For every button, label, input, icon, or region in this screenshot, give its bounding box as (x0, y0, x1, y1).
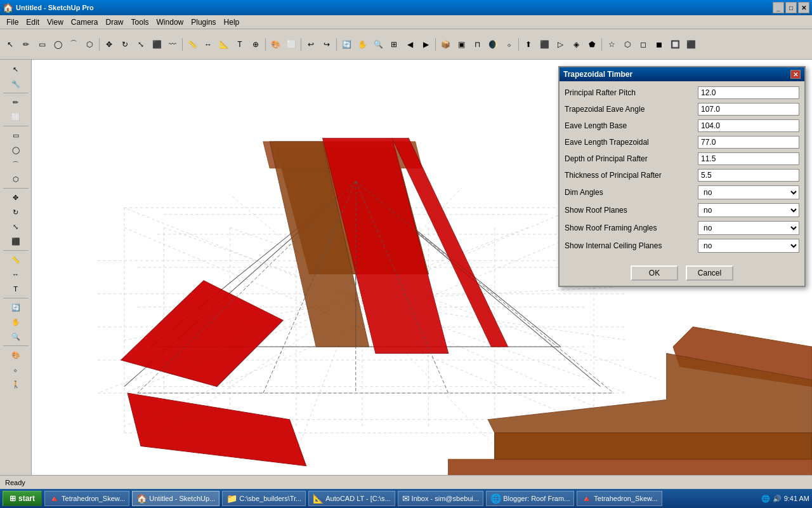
tb-group[interactable]: ▣ (454, 37, 469, 51)
field-input-2[interactable] (698, 119, 799, 132)
lp-move[interactable]: ✥ (8, 190, 23, 204)
field-input-1[interactable] (698, 103, 799, 116)
tb-top[interactable]: ⬆ (521, 37, 536, 51)
field-input-5[interactable] (698, 169, 799, 182)
menu-draw[interactable]: Draw (102, 17, 128, 28)
menu-file[interactable]: File (3, 17, 22, 28)
tb-undo[interactable]: ↩ (303, 37, 318, 51)
menu-edit[interactable]: Edit (22, 17, 43, 28)
lp-rotate[interactable]: ↻ (8, 205, 23, 219)
tb-pencil[interactable]: ✏ (18, 37, 34, 51)
field-select-8[interactable]: noyes (698, 221, 799, 235)
cancel-button[interactable]: Cancel (686, 265, 733, 281)
tb-follow[interactable]: 〰 (165, 37, 180, 51)
lp-rect[interactable]: ▭ (8, 128, 23, 142)
tb-xray[interactable]: ☆ (604, 37, 619, 51)
tb-front[interactable]: ⬛ (537, 37, 552, 51)
maximize-button[interactable]: □ (785, 2, 797, 13)
lp-text[interactable]: T (8, 282, 23, 296)
tb-protractor[interactable]: 📐 (216, 37, 232, 51)
lp-pan[interactable]: ✋ (8, 315, 23, 329)
tb-hidden[interactable]: ◻ (636, 37, 651, 51)
lp-paint[interactable]: 🎨 (8, 348, 23, 362)
menu-window[interactable]: Window (153, 17, 188, 28)
taskbar-item-6[interactable]: 🔺 Tetrahedron_Skew... (577, 491, 662, 506)
tb-wire[interactable]: ⬡ (620, 37, 635, 51)
tb-tape[interactable]: 📏 (185, 37, 200, 51)
minimize-button[interactable]: _ (773, 2, 784, 13)
tb-persp[interactable]: ⬟ (584, 37, 599, 51)
tb-textured[interactable]: 🔲 (667, 37, 683, 51)
tb-intersect[interactable]: ⊓ (469, 37, 485, 51)
lp-component[interactable]: 🔧 (8, 77, 23, 91)
taskbar-item-0[interactable]: 🔺 Tetrahedron_Skew... (44, 491, 129, 506)
lp-arc[interactable]: ⌒ (8, 157, 23, 171)
tb-dimension[interactable]: ↔ (200, 37, 216, 51)
menu-tools[interactable]: Tools (128, 17, 153, 28)
ok-button[interactable]: OK (631, 265, 678, 281)
tb-axes[interactable]: ⊕ (248, 37, 263, 51)
menu-help[interactable]: Help (220, 17, 244, 28)
tb-right[interactable]: ▷ (553, 37, 568, 51)
lp-orbit[interactable]: 🔄 (8, 300, 23, 314)
tb-comp[interactable]: 📦 (438, 37, 453, 51)
taskbar-item-4[interactable]: ✉ Inbox - sim@sbebui... (398, 491, 484, 506)
start-button[interactable]: ⊞ start (3, 491, 42, 506)
dialog-title-bar[interactable]: Trapezoidal Timber ✕ (560, 67, 804, 81)
tb-orbit[interactable]: 🔄 (339, 37, 354, 51)
tb-text[interactable]: T (232, 37, 247, 51)
taskbar-item-2[interactable]: 📁 C:\sbe_builders\Tr... (222, 491, 306, 506)
tb-monochrome[interactable]: ⬛ (683, 37, 698, 51)
field-select-6[interactable]: noyes (698, 185, 799, 199)
tb-scale[interactable]: ⤡ (133, 37, 148, 51)
tb-prev[interactable]: ◀ (402, 37, 417, 51)
field-input-3[interactable] (698, 136, 799, 149)
lp-zoom[interactable]: 🔍 (8, 330, 23, 344)
tb-paint[interactable]: 🎨 (268, 37, 283, 51)
lp-scale[interactable]: ⤡ (8, 220, 23, 234)
viewport[interactable]: Trapezoidal Timber ✕ Principal Rafter Pi… (32, 60, 812, 475)
tb-circle[interactable]: ◯ (50, 37, 65, 51)
tb-redo[interactable]: ↪ (319, 37, 334, 51)
tb-select[interactable]: ↖ (3, 37, 18, 51)
field-select-7[interactable]: noyes (698, 203, 799, 217)
lp-section[interactable]: ⬦ (8, 363, 23, 377)
tb-eraser[interactable]: ⬜ (284, 37, 299, 51)
tb-section[interactable]: ⬦ (501, 37, 516, 51)
lp-polygon[interactable]: ⬡ (8, 172, 23, 186)
tb-iso[interactable]: ◈ (568, 37, 584, 51)
tb-zoom-ext[interactable]: ⊞ (386, 37, 402, 51)
lp-pencil[interactable]: ✏ (8, 95, 23, 109)
tb-arc[interactable]: ⌒ (66, 37, 81, 51)
lp-push[interactable]: ⬛ (8, 234, 23, 248)
lp-walk[interactable]: 🚶 (8, 377, 23, 391)
taskbar-item-1[interactable]: 🏠 Untitled - SketchUp... (132, 491, 219, 506)
tb-next[interactable]: ▶ (418, 37, 433, 51)
lp-select[interactable]: ↖ (8, 62, 23, 76)
tb-push[interactable]: ⬛ (149, 37, 164, 51)
tb-pan[interactable]: ✋ (355, 37, 370, 51)
tb-polygon[interactable]: ⬡ (82, 37, 97, 51)
tb-move[interactable]: ✥ (102, 37, 117, 51)
tb-shadow[interactable]: 🌒 (485, 37, 501, 51)
field-input-4[interactable] (698, 152, 799, 165)
tb-shaded[interactable]: ◼ (652, 37, 667, 51)
close-button[interactable]: ✕ (798, 2, 809, 13)
lp-circle[interactable]: ◯ (8, 143, 23, 157)
tb-rect[interactable]: ▭ (34, 37, 49, 51)
menu-plugins[interactable]: Plugins (187, 17, 219, 28)
field-select-9[interactable]: noyes (698, 239, 799, 253)
lp-tape[interactable]: 📏 (8, 253, 23, 267)
taskbar-item-5[interactable]: 🌐 Blogger: Roof Fram... (486, 491, 574, 506)
lp-dim[interactable]: ↔ (8, 267, 23, 281)
field-input-0[interactable] (698, 86, 799, 99)
lp-eraser[interactable]: ⬜ (8, 110, 23, 124)
svg-marker-49 (449, 459, 812, 475)
menu-camera[interactable]: Camera (67, 17, 102, 28)
taskbar-item-3[interactable]: 📐 AutoCAD LT - [C:\s... (308, 491, 395, 506)
menu-view[interactable]: View (43, 17, 67, 28)
dialog-buttons: OK Cancel (560, 262, 804, 286)
tb-rotate[interactable]: ↻ (117, 37, 133, 51)
tb-zoom[interactable]: 🔍 (370, 37, 386, 51)
dialog-close-button[interactable]: ✕ (790, 70, 801, 79)
